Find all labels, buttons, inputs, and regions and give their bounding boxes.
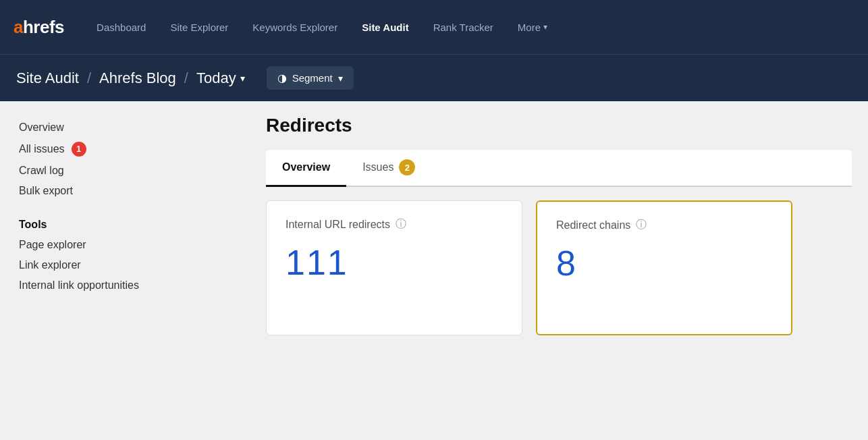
card-label-text: Internal URL redirects: [286, 219, 390, 231]
chevron-down-icon: ▾: [338, 73, 343, 84]
sidebar-item-label: Page explorer: [19, 239, 86, 251]
page-title: Redirects: [266, 115, 852, 136]
nav-more[interactable]: More ▾: [506, 15, 560, 40]
content-area: Redirects Overview Issues 2 Internal URL…: [250, 101, 868, 440]
sidebar-item-bulk-export[interactable]: Bulk export: [19, 181, 231, 201]
breadcrumb-today-label: Today: [196, 70, 236, 87]
breadcrumb-today[interactable]: Today ▾: [196, 70, 245, 87]
sidebar-tools-title: Tools: [19, 215, 231, 235]
logo[interactable]: ahrefs: [13, 17, 64, 38]
top-nav: ahrefs Dashboard Site Explorer Keywords …: [0, 0, 868, 54]
nav-item-rank-tracker[interactable]: Rank Tracker: [421, 15, 506, 40]
logo-rest: hrefs: [23, 17, 64, 37]
card-internal-url-redirects[interactable]: Internal URL redirects ⓘ 111: [266, 200, 522, 335]
logo-a-letter: a: [13, 17, 23, 37]
segment-button[interactable]: ◑ Segment ▾: [267, 66, 354, 90]
breadcrumb-bar: Site Audit / Ahrefs Blog / Today ▾ ◑ Seg…: [0, 54, 868, 101]
sidebar-item-overview[interactable]: Overview: [19, 117, 231, 138]
breadcrumb-blog[interactable]: Ahrefs Blog: [99, 70, 176, 87]
breadcrumb-site-audit[interactable]: Site Audit: [16, 70, 79, 87]
nav-item-site-audit[interactable]: Site Audit: [350, 15, 421, 40]
issues-tab-badge: 2: [399, 159, 415, 175]
tab-overview[interactable]: Overview: [266, 150, 346, 187]
tab-issues[interactable]: Issues 2: [346, 150, 431, 187]
sidebar-divider: [19, 201, 231, 215]
breadcrumb-sep-2: /: [184, 70, 188, 87]
tab-overview-label: Overview: [282, 161, 330, 173]
logo-text: ahrefs: [13, 17, 64, 38]
nav-item-keywords-explorer[interactable]: Keywords Explorer: [240, 15, 350, 40]
breadcrumb-sep-1: /: [87, 70, 91, 87]
sidebar-item-page-explorer[interactable]: Page explorer: [19, 235, 231, 255]
sidebar-item-link-explorer[interactable]: Link explorer: [19, 255, 231, 275]
chevron-down-icon: ▾: [543, 22, 547, 32]
tabs-container: Overview Issues 2: [266, 150, 852, 187]
nav-item-site-explorer[interactable]: Site Explorer: [158, 15, 240, 40]
sidebar-item-label: Internal link opportunities: [19, 279, 139, 292]
cards-row: Internal URL redirects ⓘ 111 Redirect ch…: [266, 200, 852, 335]
card-label: Redirect chains ⓘ: [556, 218, 772, 232]
sidebar-item-label: Link explorer: [19, 259, 81, 271]
sidebar-item-label: Crawl log: [19, 165, 64, 177]
card-value: 111: [286, 242, 503, 283]
help-icon[interactable]: ⓘ: [636, 218, 647, 232]
help-icon[interactable]: ⓘ: [396, 217, 406, 231]
chevron-down-icon: ▾: [240, 73, 245, 84]
sidebar-item-label: All issues: [19, 143, 65, 155]
nav-links: Dashboard Site Explorer Keywords Explore…: [84, 15, 855, 40]
sidebar-item-label: Overview: [19, 121, 64, 134]
tab-issues-label: Issues: [362, 161, 394, 173]
main-container: Overview All issues 1 Crawl log Bulk exp…: [0, 101, 868, 440]
sidebar-item-all-issues[interactable]: All issues 1: [19, 138, 231, 161]
sidebar-item-crawl-log[interactable]: Crawl log: [19, 161, 231, 181]
card-label-text: Redirect chains: [556, 219, 630, 231]
sidebar: Overview All issues 1 Crawl log Bulk exp…: [0, 101, 250, 440]
card-label: Internal URL redirects ⓘ: [286, 217, 503, 231]
issues-badge: 1: [72, 142, 86, 157]
card-redirect-chains[interactable]: Redirect chains ⓘ 8: [536, 200, 792, 335]
card-value: 8: [556, 243, 772, 283]
pie-chart-icon: ◑: [277, 72, 287, 84]
segment-label: Segment: [292, 72, 333, 84]
nav-item-dashboard[interactable]: Dashboard: [84, 15, 158, 40]
sidebar-item-label: Bulk export: [19, 185, 73, 197]
sidebar-item-internal-link-opportunities[interactable]: Internal link opportunities: [19, 275, 231, 296]
nav-more-label: More: [518, 22, 541, 33]
